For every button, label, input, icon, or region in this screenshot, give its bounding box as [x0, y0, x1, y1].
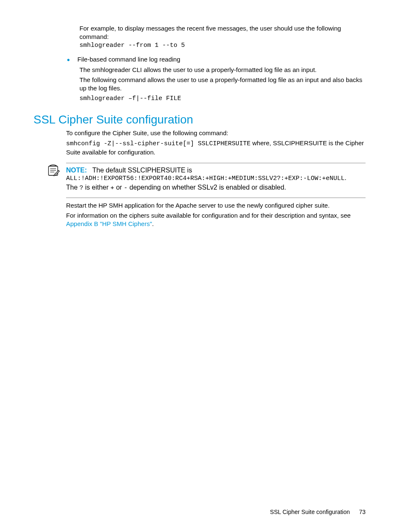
section-intro: To configure the Cipher Suite, use the f… [66, 129, 366, 137]
note-line-1: NOTE: The default SSLCIPHERSUITE is [66, 167, 366, 174]
section-command-line: smhconfig -Z|--ssl-cipher-suite[=] SSLCI… [66, 139, 366, 157]
info-post: . [152, 220, 153, 227]
section-command: smhconfig -Z|--ssl-cipher-suite[=] SSLCI… [66, 140, 251, 147]
bullet-icon: • [67, 56, 70, 64]
section-heading: SSL Cipher Suite configuration [33, 113, 366, 126]
note-icon [47, 164, 60, 177]
page-footer: SSL Cipher Suite configuration 73 [270, 509, 366, 515]
bullet-paragraph-1: The smhlogreader CLI allows the user to … [79, 66, 366, 74]
info-pre: For information on the ciphers suite ava… [66, 212, 350, 219]
note-label: NOTE: [66, 167, 87, 174]
restart-paragraph: Restart the HP SMH application for the A… [66, 201, 366, 210]
bullet-label: File-based command line log reading [77, 56, 180, 64]
example-intro: For example, to display messages the rec… [79, 24, 366, 41]
note-value: ALL:!ADH:!EXPORT56:!EXPORT40:RC4+RSA:+HI… [66, 175, 345, 182]
bullet-item: • File-based command line log reading [67, 56, 366, 64]
info-paragraph: For information on the ciphers suite ava… [66, 211, 366, 229]
divider-top [66, 163, 366, 163]
footer-title: SSL Cipher Suite configuration [270, 509, 350, 515]
divider-bottom [66, 198, 366, 198]
appendix-link[interactable]: Appendix B "HP SMH Ciphers" [66, 220, 152, 227]
example-command: smhlogreader --from 1 --to 5 [79, 41, 366, 50]
note-value-line: ALL:!ADH:!EXPORT56:!EXPORT40:RC4+RSA:+HI… [66, 174, 366, 182]
note-intro: The default SSLCIPHERSUITE is [92, 167, 192, 174]
bullet-command: smhlogreader –f|--file FILE [79, 95, 366, 103]
bullet-paragraph-2: The following command allows the user to… [79, 76, 366, 93]
note-tail-line: The ? is either + or - depending on whet… [66, 184, 366, 192]
footer-page-number: 73 [359, 509, 366, 515]
